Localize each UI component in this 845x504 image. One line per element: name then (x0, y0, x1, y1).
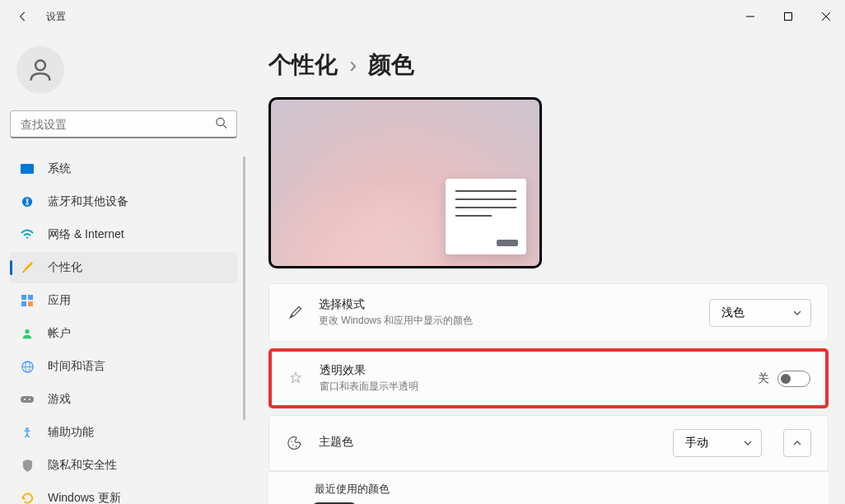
person-icon (20, 326, 35, 341)
mode-dropdown[interactable]: 浅色 (709, 299, 811, 327)
svg-point-18 (26, 427, 29, 431)
wifi-icon (20, 227, 35, 242)
nav-personalization[interactable]: 个性化 (10, 252, 237, 283)
accent-value: 手动 (685, 436, 708, 450)
back-button[interactable] (10, 3, 36, 30)
svg-point-16 (24, 399, 26, 400)
mode-desc: 更改 Windows 和应用中显示的颜色 (319, 314, 694, 328)
accent-dropdown[interactable]: 手动 (673, 429, 762, 457)
toggle-state-label: 关 (758, 371, 769, 386)
svg-rect-7 (21, 295, 26, 300)
svg-point-19 (291, 441, 292, 443)
transparency-toggle[interactable] (777, 371, 810, 387)
nav-label: 游戏 (48, 392, 71, 407)
chevron-down-icon (792, 308, 802, 318)
svg-point-17 (29, 399, 30, 400)
user-avatar[interactable] (16, 46, 64, 94)
apps-icon (20, 293, 35, 308)
breadcrumb-parent[interactable]: 个性化 (268, 49, 338, 81)
shield-icon (20, 458, 35, 473)
svg-rect-1 (785, 13, 792, 21)
transparency-icon (287, 371, 305, 387)
nav-label: 系统 (48, 161, 71, 176)
nav-label: 时间和语言 (48, 359, 105, 374)
globe-icon (20, 359, 35, 374)
breadcrumb-current: 颜色 (368, 49, 414, 81)
nav-gaming[interactable]: 游戏 (10, 384, 237, 415)
nav-time-language[interactable]: 时间和语言 (10, 351, 237, 382)
nav-bluetooth[interactable]: 蓝牙和其他设备 (10, 186, 237, 217)
update-icon (20, 491, 35, 504)
svg-point-20 (292, 445, 294, 446)
expand-button[interactable] (783, 429, 811, 457)
theme-preview (268, 97, 542, 268)
mode-setting-card: 选择模式 更改 Windows 和应用中显示的颜色 浅色 (268, 283, 829, 342)
brush-icon (20, 260, 35, 275)
recent-colors-section: 最近使用的颜色 (268, 471, 829, 504)
svg-rect-8 (28, 295, 33, 300)
window-title: 设置 (46, 10, 66, 24)
chevron-down-icon (743, 438, 753, 448)
breadcrumb-separator: › (349, 52, 357, 78)
accessibility-icon (20, 425, 35, 440)
svg-rect-9 (21, 301, 26, 306)
sidebar-scrollbar[interactable] (243, 156, 245, 420)
svg-rect-5 (21, 164, 34, 174)
nav-label: 个性化 (48, 260, 82, 275)
nav-windows-update[interactable]: Windows 更新 (10, 483, 237, 504)
svg-point-21 (296, 446, 297, 447)
svg-rect-10 (28, 301, 33, 306)
nav-label: 蓝牙和其他设备 (48, 194, 128, 209)
search-input[interactable] (10, 110, 237, 138)
nav-label: 应用 (48, 293, 71, 308)
minimize-button[interactable] (731, 3, 769, 30)
nav-accounts[interactable]: 帐户 (10, 318, 237, 349)
transparency-title: 透明效果 (320, 363, 743, 378)
preview-window (446, 179, 526, 254)
svg-line-4 (223, 125, 226, 128)
transparency-desc: 窗口和表面显示半透明 (320, 380, 743, 394)
nav-label: 网络 & Internet (48, 227, 124, 242)
bluetooth-icon (20, 194, 35, 209)
nav-system[interactable]: 系统 (10, 153, 237, 184)
recent-colors-label: 最近使用的颜色 (315, 482, 812, 497)
transparency-setting-card: 透明效果 窗口和表面显示半透明 关 (268, 348, 829, 408)
mode-value: 浅色 (721, 306, 745, 320)
nav-privacy[interactable]: 隐私和安全性 (10, 450, 237, 481)
nav-apps[interactable]: 应用 (10, 285, 237, 316)
system-icon (20, 161, 35, 176)
breadcrumb: 个性化 › 颜色 (268, 49, 829, 81)
close-button[interactable] (807, 3, 845, 30)
svg-rect-15 (21, 396, 34, 403)
nav-label: 辅助功能 (48, 425, 94, 440)
brush-icon (286, 305, 304, 321)
svg-point-2 (35, 60, 45, 70)
maximize-button[interactable] (769, 3, 807, 30)
svg-point-11 (25, 329, 29, 334)
mode-title: 选择模式 (319, 297, 694, 312)
accent-title: 主题色 (319, 435, 658, 450)
search-icon (215, 117, 227, 133)
nav-accessibility[interactable]: 辅助功能 (10, 417, 237, 448)
nav-label: 隐私和安全性 (48, 458, 117, 473)
accent-setting-card: 主题色 手动 (268, 415, 829, 471)
nav-list: 系统 蓝牙和其他设备 网络 & Internet 个性化 应用 帐户 (10, 153, 237, 504)
svg-point-3 (217, 118, 224, 125)
palette-icon (286, 435, 304, 451)
chevron-up-icon (792, 438, 802, 448)
nav-label: 帐户 (48, 326, 71, 341)
gaming-icon (20, 392, 35, 407)
nav-network[interactable]: 网络 & Internet (10, 219, 237, 250)
nav-label: Windows 更新 (48, 491, 121, 504)
